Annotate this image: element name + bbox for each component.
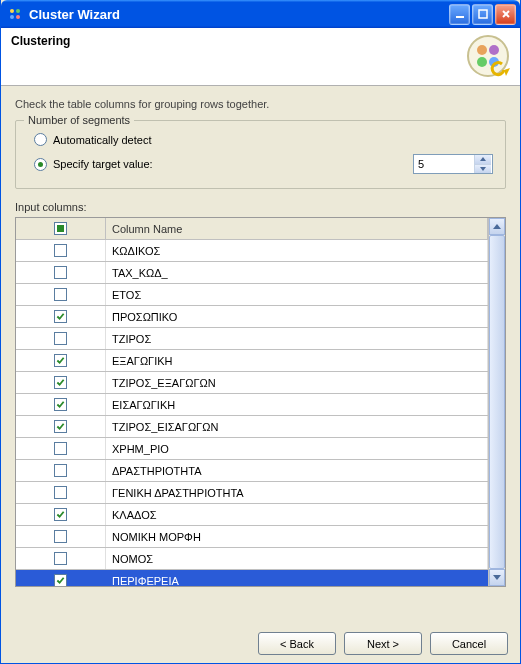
row-column-name: ΠΡΟΣΩΠΙΚΟ — [106, 306, 488, 327]
table-row[interactable]: ΧΡΗΜ_ΡΙΟ — [16, 438, 488, 460]
row-checkbox-cell[interactable] — [16, 240, 106, 261]
row-checkbox-cell[interactable] — [16, 460, 106, 481]
table-row[interactable]: ΚΩΔΙΚΟΣ — [16, 240, 488, 262]
row-checkbox-cell[interactable] — [16, 306, 106, 327]
row-checkbox-cell[interactable] — [16, 372, 106, 393]
row-checkbox-cell[interactable] — [16, 394, 106, 415]
row-column-name: ΕΙΣΑΓΩΓΙΚΗ — [106, 394, 488, 415]
row-checkbox-cell[interactable] — [16, 504, 106, 525]
table-row[interactable]: ΤΑΧ_ΚΩΔ_ — [16, 262, 488, 284]
table-header: Column Name — [16, 218, 488, 240]
radio-auto-detect[interactable]: Automatically detect — [28, 129, 493, 150]
table-row[interactable]: ΤΖΙΡΟΣ_ΕΞΑΓΩΓΩΝ — [16, 372, 488, 394]
row-checkbox[interactable] — [54, 266, 67, 279]
cancel-button[interactable]: Cancel — [430, 632, 508, 655]
wizard-buttons: < Back Next > Cancel — [258, 632, 508, 655]
svg-point-2 — [10, 15, 14, 19]
radio-label-target: Specify target value: — [53, 158, 407, 170]
row-checkbox-cell[interactable] — [16, 438, 106, 459]
table-row[interactable]: ΤΖΙΡΟΣ — [16, 328, 488, 350]
row-checkbox[interactable] — [54, 244, 67, 257]
header-column-name[interactable]: Column Name — [106, 218, 488, 239]
target-value-input[interactable] — [414, 155, 474, 173]
scroll-down-button[interactable] — [489, 569, 505, 586]
row-checkbox[interactable] — [54, 332, 67, 345]
row-checkbox[interactable] — [54, 464, 67, 477]
svg-point-3 — [16, 15, 20, 19]
back-button[interactable]: < Back — [258, 632, 336, 655]
row-checkbox[interactable] — [54, 552, 67, 565]
instruction-text: Check the table columns for grouping row… — [15, 98, 506, 110]
row-column-name: ΚΩΔΙΚΟΣ — [106, 240, 488, 261]
row-checkbox[interactable] — [54, 354, 67, 367]
select-all-checkbox[interactable] — [54, 222, 67, 235]
titlebar[interactable]: Cluster Wizard — [1, 0, 520, 28]
segments-group: Number of segments Automatically detect … — [15, 120, 506, 189]
row-column-name: ΕΞΑΓΩΓΙΚΗ — [106, 350, 488, 371]
scroll-up-button[interactable] — [489, 218, 505, 235]
scroll-thumb[interactable] — [489, 235, 505, 569]
row-checkbox[interactable] — [54, 398, 67, 411]
svg-point-0 — [10, 9, 14, 13]
row-column-name: ΚΛΑΔΟΣ — [106, 504, 488, 525]
table-row[interactable]: ΤΖΙΡΟΣ_ΕΙΣΑΓΩΓΩΝ — [16, 416, 488, 438]
spinner-up-button[interactable] — [475, 155, 491, 165]
row-column-name: ΔΡΑΣΤΗΡΙΟΤΗΤΑ — [106, 460, 488, 481]
row-checkbox[interactable] — [54, 288, 67, 301]
row-checkbox[interactable] — [54, 486, 67, 499]
scroll-track[interactable] — [489, 235, 505, 569]
table-row[interactable]: ΕΙΣΑΓΩΓΙΚΗ — [16, 394, 488, 416]
row-checkbox-cell[interactable] — [16, 526, 106, 547]
row-checkbox-cell[interactable] — [16, 548, 106, 569]
svg-point-8 — [468, 36, 508, 76]
row-column-name: ΝΟΜΟΣ — [106, 548, 488, 569]
table-row[interactable]: ΠΡΟΣΩΠΙΚΟ — [16, 306, 488, 328]
radio-icon — [34, 158, 47, 171]
row-checkbox-cell[interactable] — [16, 350, 106, 371]
row-checkbox-cell[interactable] — [16, 328, 106, 349]
table-row[interactable]: ΠΕΡΙΦΕΡΕΙΑ — [16, 570, 488, 586]
row-column-name: ΕΤΟΣ — [106, 284, 488, 305]
target-value-spinner[interactable] — [413, 154, 493, 174]
table-row[interactable]: ΝΟΜΙΚΗ ΜΟΡΦΗ — [16, 526, 488, 548]
table-row[interactable]: ΚΛΑΔΟΣ — [16, 504, 488, 526]
table-row[interactable]: ΔΡΑΣΤΗΡΙΟΤΗΤΑ — [16, 460, 488, 482]
row-checkbox[interactable] — [54, 310, 67, 323]
row-column-name: ΧΡΗΜ_ΡΙΟ — [106, 438, 488, 459]
cluster-wizard-window: Cluster Wizard Clustering — [0, 0, 521, 664]
row-checkbox[interactable] — [54, 420, 67, 433]
row-checkbox[interactable] — [54, 442, 67, 455]
row-column-name: ΝΟΜΙΚΗ ΜΟΡΦΗ — [106, 526, 488, 547]
row-column-name: ΤΖΙΡΟΣ_ΕΙΣΑΓΩΓΩΝ — [106, 416, 488, 437]
maximize-button[interactable] — [472, 4, 493, 25]
radio-icon — [34, 133, 47, 146]
table-row[interactable]: ΕΞΑΓΩΓΙΚΗ — [16, 350, 488, 372]
radio-label-auto: Automatically detect — [53, 134, 151, 146]
table-row[interactable]: ΓΕΝΙΚΗ ΔΡΑΣΤΗΡΙΟΤΗΤΑ — [16, 482, 488, 504]
row-checkbox-cell[interactable] — [16, 482, 106, 503]
svg-point-11 — [477, 57, 487, 67]
row-checkbox-cell[interactable] — [16, 262, 106, 283]
row-checkbox-cell[interactable] — [16, 284, 106, 305]
row-column-name: ΤΖΙΡΟΣ — [106, 328, 488, 349]
header-checkbox-cell[interactable] — [16, 218, 106, 239]
table-row[interactable]: ΝΟΜΟΣ — [16, 548, 488, 570]
spinner-down-button[interactable] — [475, 165, 491, 174]
vertical-scrollbar[interactable] — [488, 218, 505, 586]
svg-point-10 — [489, 45, 499, 55]
row-checkbox[interactable] — [54, 376, 67, 389]
input-columns-table: Column Name ΚΩΔΙΚΟΣΤΑΧ_ΚΩΔ_ΕΤΟΣΠΡΟΣΩΠΙΚΟ… — [15, 217, 506, 587]
close-button[interactable] — [495, 4, 516, 25]
table-row[interactable]: ΕΤΟΣ — [16, 284, 488, 306]
svg-rect-5 — [479, 10, 487, 18]
row-checkbox[interactable] — [54, 508, 67, 521]
radio-target-value[interactable]: Specify target value: — [28, 150, 493, 178]
app-icon — [7, 6, 23, 22]
next-button[interactable]: Next > — [344, 632, 422, 655]
row-column-name: ΤΖΙΡΟΣ_ΕΞΑΓΩΓΩΝ — [106, 372, 488, 393]
row-checkbox[interactable] — [54, 574, 67, 586]
row-checkbox-cell[interactable] — [16, 416, 106, 437]
row-checkbox[interactable] — [54, 530, 67, 543]
row-checkbox-cell[interactable] — [16, 570, 106, 586]
minimize-button[interactable] — [449, 4, 470, 25]
